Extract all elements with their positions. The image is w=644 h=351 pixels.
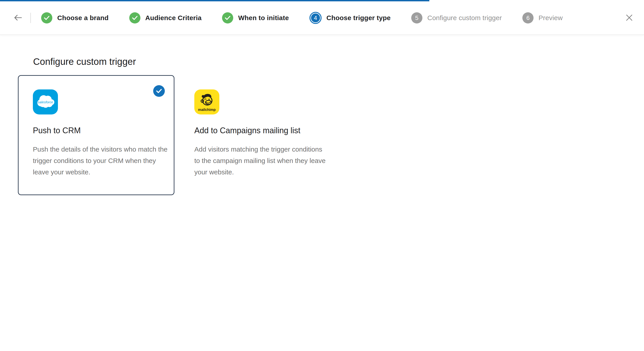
header-divider (30, 13, 31, 23)
step-label: Preview (538, 14, 562, 22)
step-label: When to initiate (238, 14, 289, 22)
step-4-active-circle: 4 (310, 12, 322, 24)
option-description: Add visitors matching the trigger condit… (194, 144, 329, 178)
close-icon (626, 14, 633, 22)
step-6-circle: 6 (522, 12, 534, 24)
step-3-completed-check-icon (222, 12, 233, 24)
step-5-circle: 5 (411, 12, 422, 24)
step-choose-a-brand[interactable]: Choose a brand (41, 12, 109, 24)
step-2-completed-check-icon (129, 12, 140, 24)
mailchimp-icon: mailchimp (194, 90, 219, 114)
step-label: Configure custom trigger (427, 14, 502, 22)
step-number: 6 (526, 14, 530, 22)
selected-check-icon (153, 85, 165, 97)
option-title: Push to CRM (33, 126, 168, 136)
step-number: 4 (314, 14, 317, 22)
step-audience-criteria[interactable]: Audience Criteria (129, 12, 202, 24)
custom-trigger-wizard: Choose a brand Audience Criteria When to… (0, 0, 644, 351)
option-title: Add to Campaigns mailing list (194, 126, 329, 136)
step-number: 5 (415, 14, 418, 22)
step-preview[interactable]: 6 Preview (522, 12, 562, 24)
back-button[interactable] (13, 14, 23, 22)
close-button[interactable] (624, 13, 634, 23)
salesforce-icon: salesforce (33, 90, 58, 114)
step-label: Audience Criteria (145, 14, 202, 22)
step-configure-custom-trigger[interactable]: 5 Configure custom trigger (411, 12, 502, 24)
option-card-add-to-campaigns[interactable]: mailchimp Add to Campaigns mailing list … (179, 75, 336, 195)
step-label: Choose a brand (57, 14, 109, 22)
wizard-progress-fill (0, 0, 429, 1)
step-when-to-initiate[interactable]: When to initiate (222, 12, 289, 24)
step-choose-trigger-type[interactable]: 4 Choose trigger type (310, 12, 391, 24)
option-card-push-to-crm[interactable]: salesforce Push to CRM Push the details … (18, 75, 174, 195)
svg-text:mailchimp: mailchimp (198, 108, 216, 112)
trigger-type-options: salesforce Push to CRM Push the details … (18, 75, 644, 195)
wizard-header: Choose a brand Audience Criteria When to… (0, 1, 644, 35)
wizard-progress-track (0, 0, 644, 1)
wizard-steps: Choose a brand Audience Criteria When to… (41, 12, 562, 24)
back-arrow-icon (14, 14, 22, 22)
option-description: Push the details of the visitors who mat… (33, 144, 168, 178)
main-content: Configure custom trigger salesforce (0, 35, 644, 195)
page-title: Configure custom trigger (33, 56, 644, 67)
step-1-completed-check-icon (41, 12, 52, 24)
svg-text:salesforce: salesforce (38, 100, 53, 104)
step-label: Choose trigger type (326, 14, 391, 22)
